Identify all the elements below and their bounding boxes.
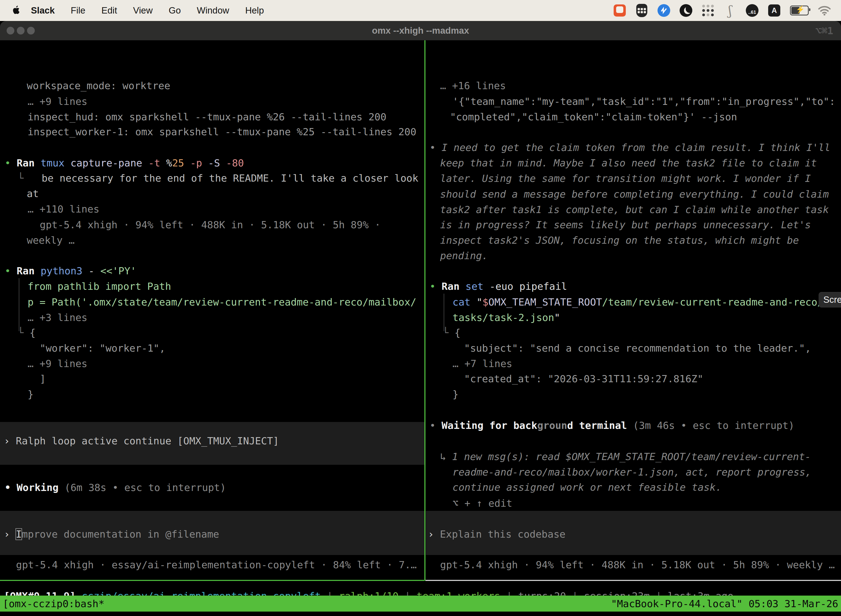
window-title: omx --xhigh --madmax (0, 21, 841, 40)
terminal-line: at (27, 186, 39, 201)
terminal-line: keep that in mind. Maybe I also need the… (440, 155, 817, 171)
menu-item-help[interactable]: Help (237, 5, 272, 16)
terminal-line: task2 after task1 is complete, but can I… (440, 202, 829, 217)
terminal-line: cat "$OMX_TEAM_STATE_ROOT/team/review-cu… (453, 295, 823, 310)
thinking-text: • I need to get the claim token from the… (429, 140, 830, 155)
tmux-status-bar: [omx-cczip0:bash* "MacBook-Pro-44.local"… (0, 595, 841, 612)
battery-charging-icon[interactable]: ⚡ (790, 4, 809, 17)
menu-status-icons: ʃ ..61 A ⚡ (613, 4, 841, 17)
screen-share-tooltip: Scre (819, 292, 841, 308)
terminal-line: } (28, 387, 34, 402)
window-shortcut: ⌥⌘1 (815, 21, 833, 40)
terminal-line: inspect task2's JSON, focusing on the st… (440, 233, 799, 248)
terminal-line: inspect_hud: omx sparkshell --tmux-pane … (28, 109, 386, 125)
ran-cat-command: • Ran set -euo pipefail (429, 279, 567, 294)
model-status-left: gpt-5.4 xhigh · essay/ai-reimplementatio… (16, 557, 417, 573)
prompt-input-left: › Improve documentation in @filename (4, 527, 219, 542)
terminal-line: p = Path('.omx/state/team/review-current… (28, 295, 416, 310)
terminal-line: … +3 lines (28, 310, 88, 326)
terminal-line: workspace_mode: worktree (27, 78, 170, 94)
terminal-line: … +9 lines (28, 94, 88, 109)
shield-grid-icon[interactable] (635, 4, 648, 17)
ralph-loop-banner: › Ralph loop active continue [OMX_TMUX_I… (4, 433, 279, 449)
menu-item-window[interactable]: Window (189, 5, 237, 16)
terminal-line: from pathlib import Path (28, 279, 171, 294)
terminal-line: └ { (18, 325, 35, 340)
edit-hint: ⌥ + ↑ edit (453, 496, 512, 511)
terminal-window: omx --xhigh --madmax ⌥⌘1 workspace_mode:… (0, 21, 841, 616)
count-badge-icon[interactable]: ..61 (746, 4, 759, 17)
menu-item-file[interactable]: File (63, 5, 93, 16)
terminal-line: ] (40, 371, 46, 387)
menu-item-view[interactable]: View (125, 5, 161, 16)
terminal-line: "created_at": "2026-03-31T11:59:27.816Z" (464, 371, 703, 387)
tmux-session-label: [omx-cczip0:bash* (3, 598, 104, 609)
terminal-content[interactable]: workspace_mode: worktree… +9 linesinspec… (0, 40, 841, 616)
menu-bar: Slack FileEditViewGoWindowHelp ʃ ..61 A … (0, 0, 841, 21)
terminal-line: └ be necessary for the end of the README… (18, 170, 418, 186)
ran-tmux-command: • Ran tmux capture-pane -t %25 -p -S -80 (5, 155, 244, 171)
terminal-line: tasks/task-2.json" (453, 310, 560, 326)
terminal-line: … +16 lines (440, 78, 506, 94)
menu-item-edit[interactable]: Edit (93, 5, 125, 16)
menu-item-app[interactable]: Slack (22, 5, 63, 16)
terminal-line: '{"team_name":"my-team","task_id":"1","f… (453, 94, 835, 109)
input-source-icon[interactable]: A (768, 4, 781, 17)
indent-guide-left (19, 278, 19, 331)
terminal-line: … +9 lines (28, 356, 88, 371)
tooltip-label: Scre (823, 292, 841, 308)
terminal-line: readme-and-reco/mailbox/worker-1.json, a… (453, 465, 811, 480)
model-status-right: gpt-5.4 xhigh · 94% left · 488K in · 5.1… (440, 557, 835, 573)
terminal-line: "subject": "send a concise recommendatio… (464, 340, 811, 356)
terminal-line: └ { (442, 325, 460, 340)
terminal-line: gpt-5.4 xhigh · 94% left · 488K in · 5.1… (40, 217, 381, 233)
menu-item-go[interactable]: Go (161, 5, 189, 16)
terminal-line: continue assigned work or next feasible … (453, 480, 722, 495)
terminal-line: … +7 lines (453, 356, 512, 371)
terminal-line: "worker": "worker-1", (40, 340, 165, 356)
working-status: • Working (6m 38s • esc to interrupt) (5, 480, 226, 496)
prompt-input-right: › Explain this codebase (428, 527, 566, 542)
title-bar[interactable]: omx --xhigh --madmax ⌥⌘1 (0, 21, 841, 40)
pane-divider-horizontal-left[interactable] (0, 580, 424, 581)
terminal-line: weekly … (27, 233, 75, 248)
moon-circle-icon[interactable] (679, 4, 693, 17)
screen-record-icon[interactable] (613, 4, 626, 17)
terminal-line: "completed","claim_token":"claim-token"}… (450, 109, 737, 125)
tmux-host-time: "MacBook-Pro-44.local" 05:03 31-Mar-26 (611, 598, 838, 609)
pane-divider-horizontal-right[interactable] (425, 580, 841, 581)
dots-grid-icon[interactable] (701, 4, 715, 17)
ran-python-command: • Ran python3 - <<'PY' (5, 263, 136, 279)
terminal-line: } (453, 387, 459, 402)
squiggle-icon[interactable]: ʃ (724, 4, 737, 17)
new-message-note: ↳ 1 new msg(s): read $OMX_TEAM_STATE_ROO… (440, 449, 811, 465)
menu-items: Slack FileEditViewGoWindowHelp (22, 5, 272, 16)
pane-divider-vertical[interactable] (424, 40, 425, 581)
terminal-line: should send a message before completing … (440, 186, 829, 202)
apple-icon[interactable] (11, 5, 22, 16)
terminal-line: inspect_worker-1: omx sparkshell --tmux-… (28, 124, 416, 140)
wifi-icon[interactable] (818, 4, 831, 17)
waiting-status: • Waiting for background terminal (3m 46… (429, 418, 794, 433)
terminal-line: is in progress? It seems likely but perh… (440, 217, 811, 233)
terminal-line: pending. (440, 248, 488, 264)
terminal-line: later. Using the same for transition mig… (440, 171, 811, 186)
blue-badge-icon[interactable] (657, 4, 671, 17)
terminal-line: … +110 lines (28, 201, 99, 217)
